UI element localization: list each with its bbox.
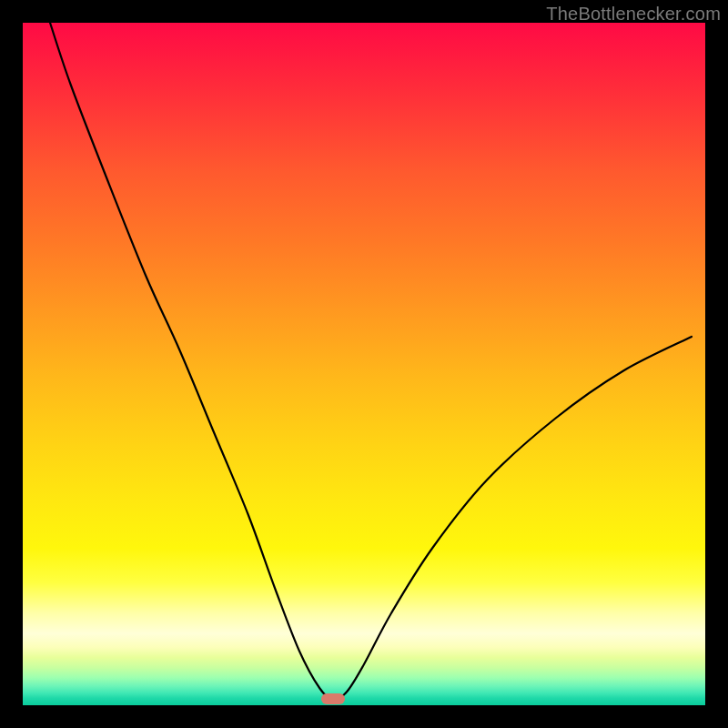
outer-frame: TheBottlenecker.com bbox=[0, 0, 728, 728]
plot-area bbox=[23, 23, 705, 705]
optimum-marker bbox=[321, 693, 345, 704]
curve-svg bbox=[23, 23, 705, 705]
watermark-text: TheBottlenecker.com bbox=[546, 4, 721, 25]
bottleneck-curve bbox=[50, 23, 692, 700]
